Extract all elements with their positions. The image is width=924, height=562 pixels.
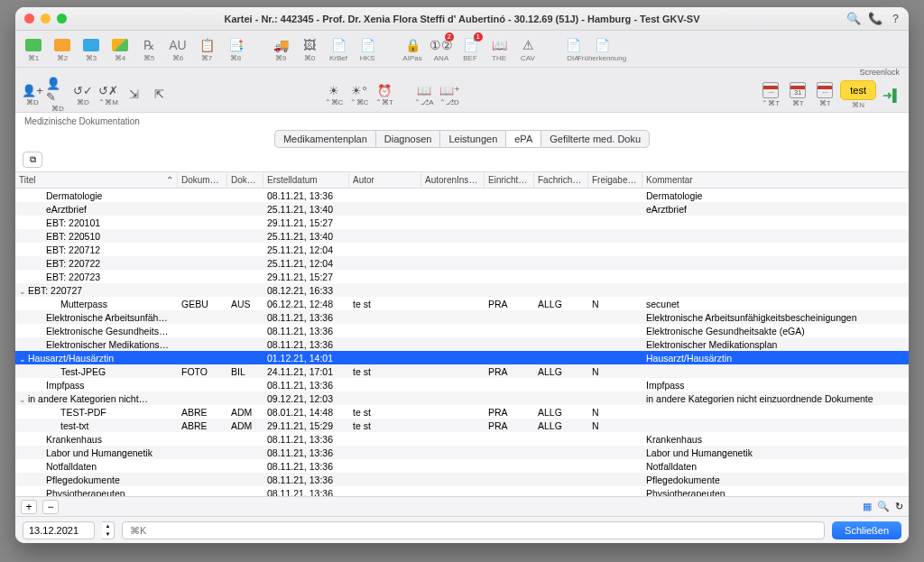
date-field[interactable] xyxy=(23,521,95,539)
refresh-icon[interactable]: ↻ xyxy=(895,501,903,512)
table-row[interactable]: Elektronischer Medikations…08.11.21, 13:… xyxy=(15,337,909,351)
tab-diagnosen[interactable]: Diagnosen xyxy=(375,130,440,148)
column-header[interactable]: Autor xyxy=(349,172,421,188)
tab-bar: MedikamentenplanDiagnosenLeistungenePAGe… xyxy=(15,126,909,148)
toolbar-button xyxy=(398,82,411,107)
toolbar-button[interactable]: ⚠CAV xyxy=(515,34,541,65)
table-row[interactable]: eArztbrief25.11.21, 13:40eArztbrief xyxy=(15,202,909,216)
window-controls xyxy=(24,14,67,23)
toolbar-button[interactable]: 📖⌃⎇A xyxy=(412,82,436,107)
toolbar-button[interactable]: 🖼⌘0 xyxy=(297,34,322,65)
toolbar-button[interactable]: ⏰⌃⌘T xyxy=(373,82,396,107)
tab-medikamentenplan[interactable]: Medikamentenplan xyxy=(274,130,375,148)
toolbar-button xyxy=(544,34,557,65)
toolbar-button[interactable]: 📖⁺⌃⎇D xyxy=(438,82,461,107)
test-chip-shortcut: ⌘N xyxy=(852,101,864,109)
popout-icon[interactable]: ⧉ xyxy=(23,152,42,168)
table-row[interactable]: Dermatologie08.11.21, 13:36Dermatologie xyxy=(15,189,909,202)
calendar-button[interactable]: ⋯⌘T xyxy=(813,82,836,107)
toolbar-button[interactable]: ⇱ xyxy=(147,82,171,107)
calendar-button[interactable]: 31⌘T xyxy=(786,82,809,107)
tab-leistungen[interactable]: Leistungen xyxy=(439,130,505,148)
table-row[interactable]: Krankenhaus08.11.21, 13:36Krankenhaus xyxy=(15,432,909,446)
table-footer: + − ▦ 🔍 ↻ xyxy=(15,496,909,516)
column-header[interactable]: AutorenInstitut… xyxy=(421,172,485,188)
table-row[interactable]: test-txtABREADM29.11.21, 15:29te stPRAAL… xyxy=(15,419,909,432)
table-row[interactable]: Pflegedokumente08.11.21, 13:36Pflegedoku… xyxy=(15,473,909,486)
column-header[interactable]: Titel ⌃ xyxy=(15,172,178,188)
app-window: Kartei - Nr.: 442345 - Prof. Dr. Xenia F… xyxy=(15,7,909,543)
table-row[interactable]: EBT: 22072329.11.21, 15:27 xyxy=(15,270,909,283)
column-header[interactable]: Dokumenten… xyxy=(178,172,227,188)
search-icon[interactable]: 🔍 xyxy=(846,12,861,25)
help-icon[interactable]: ？ xyxy=(890,11,901,27)
title-bar: Kartei - Nr.: 442345 - Prof. Dr. Xenia F… xyxy=(15,7,909,31)
toolbar-button[interactable]: 📋⌘7 xyxy=(194,34,219,65)
table-row[interactable]: ⌄in andere Kategorien nicht…09.12.21, 12… xyxy=(15,392,909,405)
tab-epa[interactable]: ePA xyxy=(505,130,541,148)
toolbar-button[interactable]: ①②2ANA xyxy=(429,34,454,65)
table-row[interactable]: Labor und Humangenetik08.11.21, 13:36Lab… xyxy=(15,446,909,459)
table-toolstrip: ⧉ xyxy=(15,148,909,171)
column-header[interactable]: Freigabestufe xyxy=(588,172,642,188)
table-row[interactable]: EBT: 22072225.11.21, 12:04 xyxy=(15,256,909,270)
table-row[interactable]: ⌄EBT: 22072708.12.21, 16:33 xyxy=(15,283,909,297)
column-header[interactable]: Erstelldatum xyxy=(263,172,349,188)
table-row[interactable]: Notfalldaten08.11.21, 13:36Notfalldaten xyxy=(15,459,909,473)
toolbar-button[interactable]: AU⌘6 xyxy=(165,34,190,65)
table-row[interactable]: EBT: 22010129.11.21, 15:27 xyxy=(15,216,909,229)
command-search[interactable] xyxy=(122,521,825,539)
table-row[interactable]: Impfpass08.11.21, 13:36Impfpass xyxy=(15,378,909,392)
toolbar-button[interactable]: ⌘2 xyxy=(50,34,75,65)
minimize-window-icon[interactable] xyxy=(41,14,51,23)
table-row[interactable]: Elektronische Arbeitsunfäh…08.11.21, 13:… xyxy=(15,310,909,324)
remove-row-button[interactable]: − xyxy=(42,500,59,514)
toolbar-button[interactable]: ℞⌘5 xyxy=(136,34,162,65)
table-row[interactable]: MutterpassGEBUAUS06.12.21, 12:48te stPRA… xyxy=(15,297,909,310)
column-header[interactable]: Fachrichtung xyxy=(534,172,588,188)
toolbar-button[interactable]: ⌘4 xyxy=(107,34,133,65)
exit-icon[interactable]: ➜▌ xyxy=(880,82,903,107)
toolbar-button[interactable]: ⇲ xyxy=(122,82,145,107)
table-row[interactable]: ⌄Hausarzt/Hausärztin01.12.21, 14:01Hausa… xyxy=(15,351,909,364)
tab-gefilterte-med-doku[interactable]: Gefilterte med. Doku xyxy=(541,130,650,148)
toolbar-button[interactable]: 📑⌘8 xyxy=(223,34,248,65)
table-row[interactable]: EBT: 22051025.11.21, 13:40 xyxy=(15,229,909,243)
toolbar-button[interactable]: 📄HKS xyxy=(355,34,380,65)
toolbar-button[interactable]: 🔒AIPas xyxy=(400,34,425,65)
phone-icon[interactable]: 📞 xyxy=(868,12,882,25)
table-row[interactable]: Physiotherapeuten08.11.21, 13:36Physioth… xyxy=(15,486,909,496)
toolbar-button xyxy=(252,34,264,65)
table-row[interactable]: Elektronische Gesundheits…08.11.21, 13:3… xyxy=(15,324,909,337)
add-row-button[interactable]: + xyxy=(21,500,37,514)
date-stepper[interactable]: ▲▼ xyxy=(102,521,115,539)
toolbar-button[interactable]: 👤+⌘D xyxy=(21,82,44,107)
table-row[interactable]: EBT: 22071225.11.21, 12:04 xyxy=(15,243,909,256)
table-row[interactable]: TEST-PDFABREADM08.01.21, 14:48te stPRAAL… xyxy=(15,405,909,419)
column-header[interactable]: Einrichtu… xyxy=(485,172,534,188)
toolbar-button[interactable]: ⌘3 xyxy=(79,34,104,65)
toolbar-button[interactable]: 📄KrBef xyxy=(326,34,351,65)
toolbar-button[interactable]: 📖THE xyxy=(486,34,512,65)
close-window-icon[interactable] xyxy=(24,14,34,23)
toolbar-button[interactable]: 📄1BEF xyxy=(457,34,483,65)
close-button[interactable]: Schließen xyxy=(832,521,901,539)
toolbar-button[interactable]: ↺✗⌃⌘M xyxy=(97,82,120,107)
column-header[interactable]: Kommentar xyxy=(642,172,909,188)
toolbar-button[interactable]: 👤✎⌘D xyxy=(46,82,69,107)
test-chip[interactable]: test xyxy=(840,80,876,100)
table-row[interactable]: Test-JPEGFOTOBIL24.11.21, 17:01te stPRAA… xyxy=(15,364,909,378)
toolbar-button[interactable]: ☀⌃⌘C xyxy=(322,82,346,107)
screenlock-label[interactable]: Screenlock xyxy=(859,68,900,77)
calendar-button[interactable]: ⋯⌃⌘T xyxy=(759,82,782,107)
toolbar-button[interactable]: ☀°⌃⌘C xyxy=(347,82,371,107)
folder-icon[interactable]: ▦ xyxy=(863,501,872,512)
search-table-icon[interactable]: 🔍 xyxy=(877,501,890,512)
table-body[interactable]: Dermatologie08.11.21, 13:36Dermatologiee… xyxy=(15,189,909,496)
toolbar-button[interactable]: ↺✓⌘D xyxy=(71,82,95,107)
column-header[interactable]: Dokume… xyxy=(227,172,263,188)
toolbar-button[interactable]: ⌘1 xyxy=(21,34,46,65)
zoom-window-icon[interactable] xyxy=(57,14,67,23)
toolbar-button[interactable]: 📄Früherkennung xyxy=(589,34,614,65)
toolbar-button[interactable]: 🚚⌘9 xyxy=(268,34,293,65)
